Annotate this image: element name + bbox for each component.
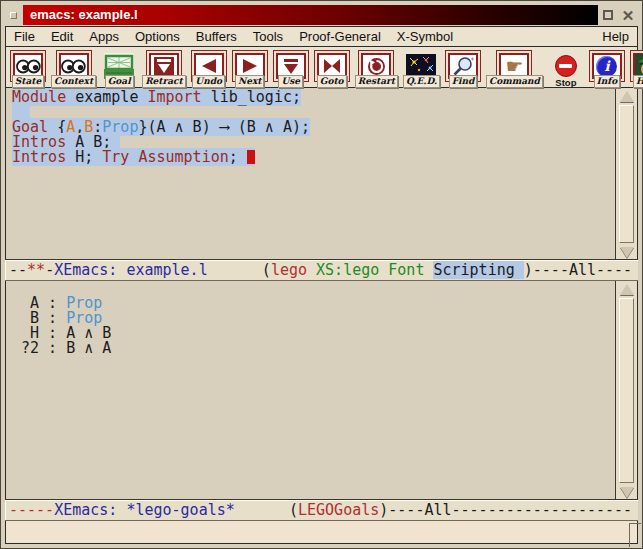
text-segment: ?2 : B ∧ A [12, 339, 111, 357]
text-segment: XEmacs: *lego-goals* [54, 501, 235, 519]
text-segment: )----All---- [524, 261, 632, 279]
toolbar-button-label: Context [51, 75, 96, 88]
text-segment: example [66, 88, 147, 106]
toolbar-button-label: Goto [317, 75, 347, 88]
script-window: Module example Import lib_logic; Goal {A… [5, 88, 638, 260]
buffer-line: A : Prop [12, 296, 615, 311]
scrollbar-thumb[interactable] [619, 105, 634, 243]
toolbar-button-restart[interactable]: Restart [355, 50, 398, 88]
window-title: emacs: example.l [23, 5, 598, 25]
text-segment: Font [388, 261, 424, 279]
text-segment: Import [147, 88, 201, 106]
menu-item-help[interactable]: Help [594, 29, 637, 44]
text-segment: lib_logic; [202, 88, 301, 106]
script-buffer[interactable]: Module example Import lib_logic; Goal {A… [6, 88, 615, 260]
toolbar-button-label: State [12, 75, 44, 88]
text-segment: -- [9, 261, 27, 279]
text-segment: Intros [12, 148, 66, 166]
toolbar-button-label: Next [235, 75, 264, 88]
scroll-up-icon[interactable] [618, 90, 635, 102]
close-button[interactable]: ✕ [618, 5, 638, 25]
menu-item-proof-general[interactable]: Proof-General [291, 29, 389, 44]
text-segment: XS:lego [316, 261, 379, 279]
text-segment: ** [27, 261, 45, 279]
toolbar-button-label: Command [486, 75, 543, 88]
close-icon: ✕ [622, 8, 635, 23]
text-segment: ; [229, 148, 247, 166]
toolbar-button-state[interactable]: State [10, 50, 46, 88]
text-segment: ----- [9, 501, 54, 519]
toolbar-button-context[interactable]: Context [51, 50, 96, 88]
script-modeline: --**-XEmacs: example.l (lego XS:lego Fon… [5, 260, 638, 281]
maximize-button[interactable] [598, 5, 618, 25]
toolbar-button-qed[interactable]: Q.E.D. [403, 50, 440, 88]
menu-item-options[interactable]: Options [127, 29, 188, 44]
text-segment: LEGOGoals [298, 501, 379, 519]
scroll-down-icon[interactable] [618, 486, 635, 498]
menu-item-edit[interactable]: Edit [43, 29, 81, 44]
buffer-line: ?2 : B ∧ A [12, 341, 615, 356]
toolbar-button-use[interactable]: Use [273, 50, 309, 88]
menu-item-file[interactable]: File [6, 29, 43, 44]
text-segment: Scripting [433, 261, 523, 279]
goals-scrollbar[interactable] [615, 281, 637, 500]
script-scrollbar[interactable] [615, 88, 637, 260]
menu-item-apps[interactable]: Apps [81, 29, 127, 44]
toolbar-button-label: Q.E.D. [403, 75, 440, 88]
toolbar-button-label: Retract [142, 75, 186, 88]
buffer-line: Intros H; Try Assumption; [12, 150, 615, 165]
menu-item-tools[interactable]: Tools [245, 29, 291, 44]
goals-buffer[interactable]: A : Prop B : Prop H : A ∧ B ?2 : B ∧ A [6, 281, 615, 500]
text-cursor [247, 150, 255, 164]
menu-item-x-symbol[interactable]: X-Symbol [389, 29, 461, 44]
buffer-line: Module example Import lib_logic; [12, 90, 615, 105]
scroll-up-icon[interactable] [618, 283, 635, 295]
toolbar-button-command[interactable]: ☛Command [486, 50, 543, 88]
scroll-down-icon[interactable] [618, 246, 635, 258]
toolbar-button-find[interactable]: Find [445, 50, 481, 88]
toolbar-button-help[interactable]: Help [630, 50, 643, 88]
minibuffer[interactable] [5, 521, 638, 544]
toolbar-button-undo[interactable]: Undo [191, 50, 227, 88]
toolbar-button-retract[interactable]: Retract [142, 50, 186, 88]
toolbar-button-label: Find [449, 75, 478, 88]
text-segment: H; [66, 148, 102, 166]
text-segment [379, 261, 388, 279]
toolbar-button-next[interactable]: Next [232, 50, 268, 88]
menu-item-buffers[interactable]: Buffers [188, 29, 245, 44]
text-segment: lego [271, 261, 307, 279]
toolbar-button-label: Restart [355, 75, 398, 88]
menubar: FileEditAppsOptionsBuffersToolsProof-Gen… [5, 26, 638, 47]
maximize-icon [603, 10, 613, 20]
toolbar-button-stop[interactable]: Stop [548, 50, 584, 89]
toolbar: StateContextGoalRetractUndoNextUseGotoRe… [5, 47, 638, 88]
text-segment: Try [102, 148, 129, 166]
toolbar-button-goal[interactable]: Goal [101, 50, 137, 88]
text-segment: ( [235, 501, 298, 519]
toolbar-button-label: Info [594, 75, 621, 88]
toolbar-button-label: Use [278, 75, 303, 88]
text-segment: )----All-------------------- [379, 501, 632, 519]
toolbar-button-label: Help [633, 75, 643, 88]
goals-modeline: -----XEmacs: *lego-goals* (LEGOGoals)---… [5, 500, 638, 521]
goals-window: A : Prop B : Prop H : A ∧ B ?2 : B ∧ A [5, 281, 638, 500]
toolbar-button-label: Stop [553, 77, 578, 89]
text-segment: XEmacs: example.l [54, 261, 208, 279]
text-segment [307, 261, 316, 279]
text-segment: ( [208, 261, 271, 279]
text-segment: - [45, 261, 54, 279]
no-entry-icon [551, 53, 581, 79]
toolbar-button-info[interactable]: iInfo [589, 50, 625, 88]
text-segment: Assumption [138, 148, 228, 166]
text-segment: }(A ∧ B) ⟶ (B ∧ A); [138, 118, 310, 136]
scrollbar-thumb[interactable] [619, 298, 634, 483]
xemacs-window: emacs: example.l ✕ FileEditAppsOptionsBu… [0, 0, 643, 549]
window-menu-dot-icon[interactable] [10, 12, 17, 19]
toolbar-button-label: Goal [105, 75, 134, 88]
toolbar-button-label: Undo [192, 75, 225, 88]
resize-corner[interactable] [629, 523, 641, 547]
titlebar[interactable]: emacs: example.l ✕ [5, 4, 638, 26]
toolbar-button-goto[interactable]: Goto [314, 50, 350, 88]
